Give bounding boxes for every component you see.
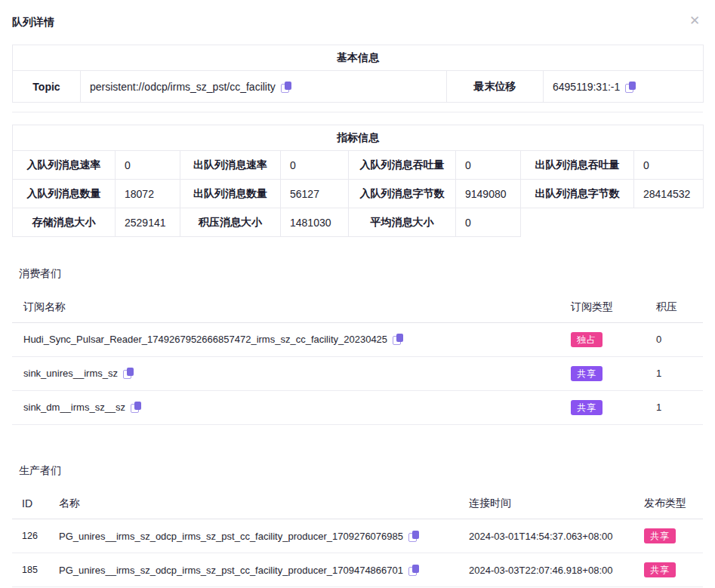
backlog-value: 1 <box>644 390 703 424</box>
metric-label: 出队列消息数量 <box>180 180 281 208</box>
copy-icon[interactable] <box>408 565 419 576</box>
consumers-table: 订阅名称 订阅类型 积压 Hudi_Sync_Pulsar_Reader_174… <box>12 292 703 425</box>
table-row: sink_unires__irms_sz 共享 1 <box>12 356 703 390</box>
metric-value: 28414532 <box>634 180 704 208</box>
producer-connect-time: 2024-03-03T22:07:46.918+08:00 <box>464 553 639 587</box>
metric-value: 18072 <box>116 180 180 208</box>
close-icon[interactable]: ✕ <box>686 13 703 29</box>
copy-icon[interactable] <box>131 402 141 413</box>
metric-value: 0 <box>456 151 521 180</box>
metric-value: 0 <box>281 151 349 180</box>
subscription-name: sink_unires__irms_sz <box>23 368 118 379</box>
subscription-type-cell: 共享 <box>559 356 644 390</box>
metrics-section-header: 指标信息 <box>13 125 704 151</box>
column-header-connect-time: 连接时间 <box>464 489 639 519</box>
table-row: sink_dm__irms_sz__sz 共享 1 <box>12 390 703 424</box>
copy-icon[interactable] <box>281 82 291 93</box>
metric-label: 入队列消息数量 <box>13 180 116 208</box>
column-header-id: ID <box>12 489 54 519</box>
metric-value: 1481030 <box>281 208 349 237</box>
basic-info-table: 基本信息 Topic persistent://odcp/irms_sz_pst… <box>12 45 704 103</box>
subscription-type-badge: 共享 <box>571 400 603 415</box>
metric-label: 出队列消息字节数 <box>521 180 634 208</box>
queue-detail-dialog: 队列详情 ✕ 基本信息 Topic persistent://odcp/irms… <box>0 0 715 588</box>
subscription-type-cell: 共享 <box>559 390 644 424</box>
metrics-row: 入队列消息数量 18072 出队列消息数量 56127 入队列消息字节数 914… <box>13 180 704 208</box>
basic-info-section-header: 基本信息 <box>13 45 704 71</box>
publish-type-cell: 共享 <box>639 553 703 587</box>
metric-value: 0 <box>116 151 180 180</box>
metrics-table: 指标信息 入队列消息速率 0 出队列消息速率 0 入队列消息吞吐量 0 出队列消… <box>12 125 704 237</box>
metric-value: 56127 <box>281 180 349 208</box>
metric-label: 入队列消息字节数 <box>349 180 456 208</box>
subscription-type-cell: 独占 <box>559 322 644 356</box>
copy-icon[interactable] <box>408 531 419 542</box>
metric-label: 存储消息大小 <box>13 208 116 237</box>
metrics-row: 入队列消息速率 0 出队列消息速率 0 入队列消息吞吐量 0 出队列消息吞吐量 … <box>13 151 704 180</box>
table-row: 185 PG_unires__irms_sz_odcp_irms_sz_pst_… <box>12 553 703 587</box>
subscription-name: Hudi_Sync_Pulsar_Reader_1749267952666857… <box>23 334 387 345</box>
column-header-backlog: 积压 <box>644 292 703 322</box>
producers-section-title: 生产者们 <box>19 464 703 478</box>
copy-icon[interactable] <box>123 368 134 379</box>
page-title: 队列详情 <box>12 16 54 28</box>
dialog-header: 队列详情 ✕ <box>12 0 703 28</box>
metric-value: 0 <box>456 208 521 237</box>
column-header-subscription-type: 订阅类型 <box>559 292 644 322</box>
metric-value: 2529141 <box>116 208 180 237</box>
metric-label: 入队列消息速率 <box>13 151 116 180</box>
topic-value-cell: persistent://odcp/irms_sz_pst/cc_facilit… <box>81 71 447 103</box>
producer-name: PG_unires__irms_sz_odcp_irms_sz_pst_cc_f… <box>59 531 403 542</box>
metrics-row: 存储消息大小 2529141 积压消息大小 1481030 平均消息大小 0 <box>13 208 704 237</box>
copy-icon[interactable] <box>625 82 636 93</box>
last-offset-value-cell: 6495119:31:-1 <box>544 71 704 103</box>
column-header-name: 名称 <box>54 489 464 519</box>
column-header-subscription-name: 订阅名称 <box>12 292 559 322</box>
subscription-name: sink_dm__irms_sz__sz <box>23 402 125 413</box>
backlog-value: 1 <box>644 356 703 390</box>
producers-table: ID 名称 连接时间 发布类型 126 PG_unires__irms_sz_o… <box>12 489 703 588</box>
metric-label: 平均消息大小 <box>349 208 456 237</box>
topic-value: persistent://odcp/irms_sz_pst/cc_facilit… <box>90 81 276 93</box>
metric-value: 9149080 <box>456 180 521 208</box>
producer-name-cell: PG_unires__irms_sz_odcp_irms_sz_pst_cc_f… <box>54 553 464 587</box>
producer-name: PG_unires__irms_sz_odcp_irms_sz_pst_cc_f… <box>59 565 403 576</box>
producer-id: 185 <box>12 553 54 587</box>
consumers-header-row: 订阅名称 订阅类型 积压 <box>12 292 703 322</box>
metric-label: 出队列消息速率 <box>180 151 281 180</box>
table-row: 126 PG_unires__irms_sz_odcp_irms_sz_pst_… <box>12 519 703 553</box>
backlog-value: 0 <box>644 322 703 356</box>
table-row: Hudi_Sync_Pulsar_Reader_1749267952666857… <box>12 322 703 356</box>
metric-label: 出队列消息吞吐量 <box>521 151 634 180</box>
copy-icon[interactable] <box>393 334 403 345</box>
subscription-name-cell: sink_unires__irms_sz <box>12 356 559 390</box>
last-offset-value: 6495119:31:-1 <box>553 81 620 93</box>
producers-header-row: ID 名称 连接时间 发布类型 <box>12 489 703 519</box>
producer-connect-time: 2024-03-01T14:54:37.063+08:00 <box>464 519 639 553</box>
producer-name-cell: PG_unires__irms_sz_odcp_irms_sz_pst_cc_f… <box>54 519 464 553</box>
last-offset-label: 最末位移 <box>447 71 544 103</box>
subscription-type-badge: 独占 <box>571 332 603 347</box>
metrics-empty-cell <box>521 208 704 237</box>
subscription-name-cell: Hudi_Sync_Pulsar_Reader_1749267952666857… <box>12 322 559 356</box>
metric-label: 积压消息大小 <box>180 208 281 237</box>
publish-type-badge: 共享 <box>644 562 676 577</box>
metric-value: 0 <box>634 151 704 180</box>
column-header-publish-type: 发布类型 <box>639 489 703 519</box>
basic-info-row: Topic persistent://odcp/irms_sz_pst/cc_f… <box>13 71 704 103</box>
metric-label: 入队列消息吞吐量 <box>349 151 456 180</box>
producer-id: 126 <box>12 519 54 553</box>
section-divider <box>12 112 703 112</box>
publish-type-cell: 共享 <box>639 519 703 553</box>
consumers-section-title: 消费者们 <box>19 267 703 281</box>
subscription-type-badge: 共享 <box>571 366 603 381</box>
topic-label: Topic <box>13 71 81 103</box>
publish-type-badge: 共享 <box>644 528 676 543</box>
subscription-name-cell: sink_dm__irms_sz__sz <box>12 390 559 424</box>
